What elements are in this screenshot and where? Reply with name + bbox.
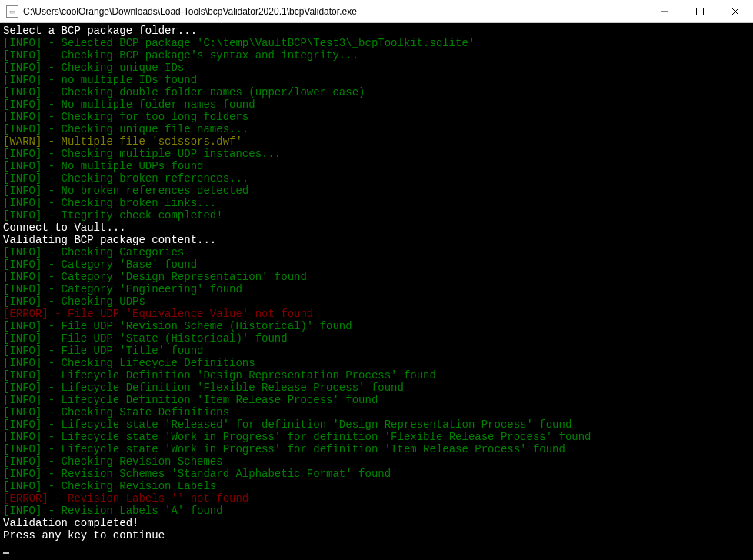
window-controls — [647, 0, 753, 22]
minimize-icon — [661, 8, 668, 15]
console-line: [INFO] - Checking Lifecycle Definitions — [3, 357, 750, 369]
window-titlebar: ▭ C:\Users\coolOrange\Downloads\Load-Too… — [0, 0, 753, 23]
console-line: Validation completed! — [3, 517, 750, 529]
console-line: [INFO] - Checking Revision Schemes — [3, 455, 750, 468]
minimize-button[interactable] — [647, 0, 682, 22]
console-line: [INFO] - Selected BCP package 'C:\temp\V… — [3, 37, 750, 49]
console-line: [INFO] - Checking State Definitions — [3, 406, 750, 418]
console-line: [INFO] - Lifecycle state 'Work in Progre… — [3, 431, 750, 443]
console-line: [INFO] - Checking UDPs — [3, 295, 750, 308]
console-line: Press any key to continue — [3, 529, 750, 542]
window-title: C:\Users\coolOrange\Downloads\Load-Tools… — [23, 6, 647, 17]
console-line: [INFO] - Checking BCP package's syntax a… — [3, 49, 750, 62]
console-line: [INFO] - No multiple folder names found — [3, 98, 750, 111]
console-line: [INFO] - Lifecycle Definition 'Flexible … — [3, 382, 750, 394]
close-icon — [731, 8, 739, 15]
console-line: [INFO] - Checking multiple UDP instances… — [3, 148, 750, 160]
console-line: [INFO] - Revision Labels 'A' found — [3, 505, 750, 517]
console-line: [WARN] - Multiple file 'scissors.dwf' — [3, 135, 750, 148]
console-line: [INFO] - Lifecycle state 'Work in Progre… — [3, 443, 750, 455]
console-line: [INFO] - Checking Revision Labels — [3, 480, 750, 492]
console-line: [ERROR] - Revision Labels '' not found — [3, 492, 750, 505]
console-line: [INFO] - Lifecycle state 'Released' for … — [3, 418, 750, 431]
text-cursor — [3, 552, 9, 554]
console-line: Select a BCP package folder... — [3, 25, 750, 37]
console-line: [INFO] - Checking Categories — [3, 246, 750, 258]
console-line: [INFO] - Checking unique file names... — [3, 123, 750, 135]
console-output[interactable]: Select a BCP package folder...[INFO] - S… — [0, 23, 753, 560]
console-line: [INFO] - File UDP 'Revision Scheme (Hist… — [3, 320, 750, 332]
app-icon: ▭ — [6, 5, 18, 18]
maximize-button[interactable] — [682, 0, 718, 22]
console-line: [INFO] - File UDP 'State (Historical)' f… — [3, 332, 750, 345]
console-line: [INFO] - Checking unique IDs — [3, 62, 750, 74]
cursor-line — [3, 542, 750, 554]
console-line: Validating BCP package content... — [3, 234, 750, 246]
console-scrollbar[interactable] — [741, 23, 753, 560]
svg-rect-1 — [697, 8, 704, 15]
console-line: [INFO] - Checking broken links... — [3, 197, 750, 209]
console-line: [INFO] - No multiple UDPs found — [3, 160, 750, 172]
console-line: [INFO] - File UDP 'Title' found — [3, 345, 750, 357]
console-line: [INFO] - Revision Schemes 'Standard Alph… — [3, 468, 750, 480]
console-line: [INFO] - Checking for too long folders — [3, 111, 750, 123]
console-line: [INFO] - Lifecycle Definition 'Design Re… — [3, 369, 750, 382]
console-line: [INFO] - Checking double folder names (u… — [3, 86, 750, 98]
maximize-icon — [696, 8, 704, 15]
console-line: [INFO] - Category 'Base' found — [3, 258, 750, 271]
console-line: [INFO] - Lifecycle Definition 'Item Rele… — [3, 394, 750, 406]
console-line: [INFO] - Checking broken references... — [3, 172, 750, 185]
console-line: Connect to Vault... — [3, 222, 750, 234]
console-line: [INFO] - no multiple IDs found — [3, 74, 750, 86]
console-line: [INFO] - No broken references detected — [3, 185, 750, 197]
close-button[interactable] — [718, 0, 753, 22]
console-line: [INFO] - Itegrity check completed! — [3, 209, 750, 222]
console-line: [ERROR] - File UDP 'Equivalence Value' n… — [3, 308, 750, 320]
console-line: [INFO] - Category 'Design Representation… — [3, 271, 750, 283]
console-line: [INFO] - Category 'Engineering' found — [3, 283, 750, 295]
